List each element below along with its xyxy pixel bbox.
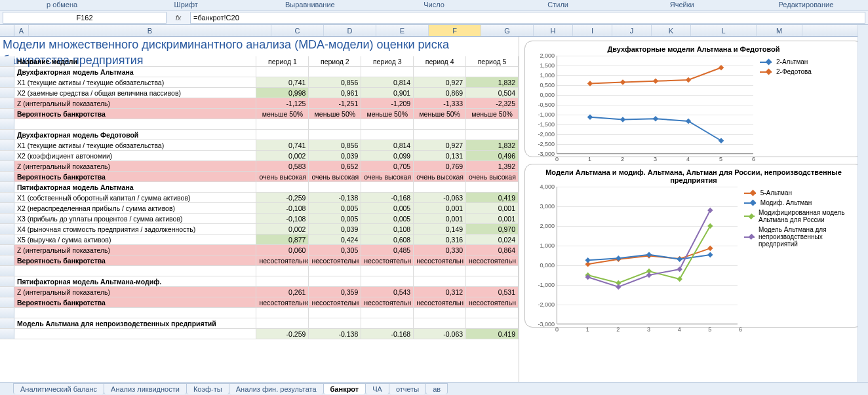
svg-rect-2 [653,116,658,121]
chart-1-legend: 2-Альтман2-Федотова [753,56,812,154]
col-header-L[interactable]: L [691,25,757,36]
ribbon-group: Число [372,0,496,10]
col-header-I[interactable]: I [573,25,612,36]
col-header-K[interactable]: K [652,25,691,36]
col-header-F[interactable]: F [429,25,481,36]
chart-1-title: Двухфакторные модели Альтмана и Федотово… [530,45,857,53]
column-headers[interactable]: ABCDEFGHIJKLM [0,25,868,37]
ribbon-group: Стили [496,0,620,10]
svg-rect-26 [616,284,621,290]
svg-rect-8 [686,77,691,83]
svg-rect-23 [677,276,682,282]
svg-rect-27 [646,273,652,278]
chart-2-title: Модели Альтмана и модиф. Альтмана, Альтм… [530,168,857,184]
chart-2-legend: 5-АльтманМодиф. АльтманМодифицированная … [738,187,857,324]
svg-rect-24 [707,223,713,229]
svg-rect-0 [587,115,593,120]
col-header-H[interactable]: H [534,25,573,36]
sheet-tab[interactable]: Анализ фин. результата [229,383,324,394]
formula-bar: F162 fx =банкрот!C20 [0,10,868,25]
col-header-B[interactable]: B [29,25,271,36]
sheet-tabs[interactable]: Аналитический балансАнализ ликвидностиКо… [0,382,868,395]
svg-rect-5 [587,81,593,86]
formula-input[interactable]: =банкрот!C20 [190,12,865,24]
fx-icon[interactable]: fx [169,14,187,22]
col-header-C[interactable]: C [271,25,324,36]
vertical-scrollbar[interactable] [858,25,868,382]
svg-rect-19 [707,252,713,257]
charts-panel: Двухфакторные модели Альтмана и Федотово… [519,37,868,383]
name-box[interactable]: F162 [3,12,167,24]
sheet-tab[interactable]: ЧА [365,383,389,394]
col-header-M[interactable]: M [757,25,802,36]
svg-rect-3 [686,119,691,124]
ribbon-group: р обмена [0,0,124,10]
sheet-tab[interactable]: Коэф-ты [186,383,229,394]
svg-rect-6 [620,79,625,85]
sheet-tab[interactable]: Анализ ликвидности [104,383,187,394]
ribbon-group-labels: р обменаШрифтВыравниваниеЧислоСтилиЯчейк… [0,0,868,10]
svg-rect-4 [719,138,724,143]
sheet-tab[interactable]: банкрот [323,383,366,394]
svg-rect-14 [707,246,713,251]
svg-rect-1 [620,117,625,122]
svg-rect-15 [585,257,590,263]
sheet-tab[interactable]: отчеты [389,383,426,394]
worksheet-grid[interactable]: Модели множественного дискриминантного а… [0,37,519,383]
col-header-E[interactable]: E [376,25,429,36]
col-header-J[interactable]: J [612,25,652,36]
sheet-tab[interactable]: Аналитический баланс [13,383,104,394]
svg-rect-29 [707,208,713,213]
ribbon-group: Шрифт [124,0,248,10]
svg-rect-28 [677,267,682,272]
svg-rect-9 [719,65,724,70]
ribbon-group: Редактирование [744,0,868,10]
ribbon-group: Выравнивание [248,0,372,10]
chart-2[interactable]: Модели Альтмана и модиф. Альтмана, Альтм… [524,164,863,328]
col-header-G[interactable]: G [481,25,534,36]
chart-1[interactable]: Двухфакторные модели Альтмана и Федотово… [524,41,863,157]
sheet-tab[interactable]: ав [425,383,448,394]
col-header-A[interactable]: A [14,25,29,36]
svg-rect-7 [653,79,658,84]
ribbon-group: Ячейки [620,0,744,10]
page-title: Модели множественного дискриминантного а… [0,37,519,52]
svg-rect-18 [677,256,682,261]
col-header-D[interactable]: D [324,25,376,36]
